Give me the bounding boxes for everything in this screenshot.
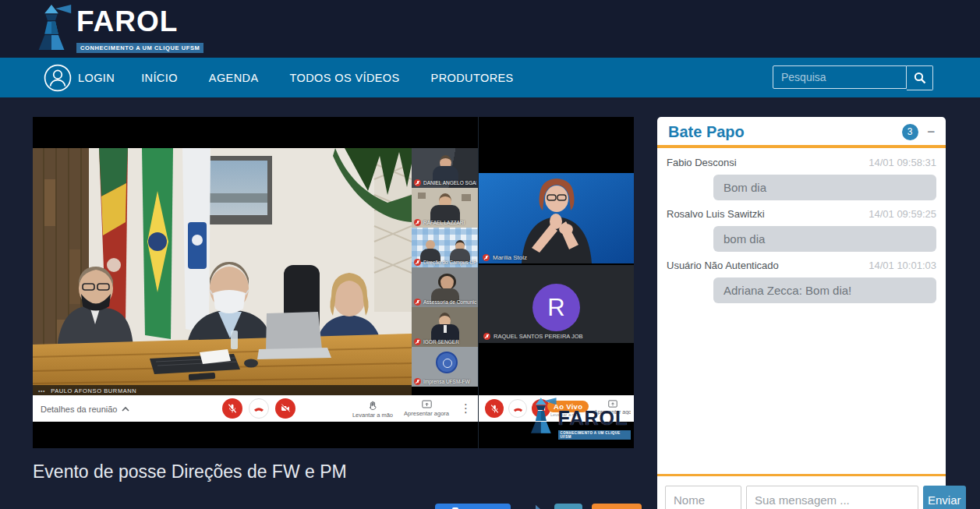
present-screen-icon — [422, 400, 432, 408]
nav-item-produtores[interactable]: PRODUTORES — [431, 72, 514, 84]
chat-header: Bate Papo 3 – — [657, 117, 946, 148]
camera-off-icon — [280, 403, 291, 414]
farol-logo[interactable]: FAROL CONHECIMENTO A UM CLIQUE UFSM — [31, 5, 203, 53]
avatar: R — [532, 284, 580, 331]
muted-mic-icon — [483, 254, 490, 261]
camera-off-button — [275, 398, 295, 419]
hangup-icon — [512, 403, 524, 415]
search-box — [773, 65, 933, 90]
share-arrow-icon[interactable] — [525, 504, 545, 509]
nav-item-todos-os-videos[interactable]: TODOS OS VÍDEOS — [289, 72, 399, 84]
imprensa-logo — [436, 352, 458, 373]
participant-tile: DANIEL ANGELO SGANZ... — [412, 148, 478, 188]
participant-tile: Direção do Campus UFS... — [412, 228, 478, 267]
chat-panel: Bate Papo 3 – Fabio Desconsi 14/01 09:58… — [657, 117, 946, 509]
participant-name: IGOR SENGER — [423, 339, 459, 345]
meeting-details-label: Detalhes da reunião — [41, 405, 117, 414]
message-author: Fabio Desconsi — [667, 157, 737, 168]
participant-tile: RAFAEL LAZZARI — [412, 188, 478, 228]
meet-control-bar: Detalhes da reunião — [33, 395, 478, 422]
twitter-share-button[interactable] — [554, 504, 582, 509]
muted-mic-icon — [414, 179, 421, 186]
chat-input-area: Enviar — [657, 474, 946, 509]
facebook-share-button[interactable] — [435, 504, 511, 509]
message-author: Usuário Não Autenticado — [667, 260, 779, 271]
speaker-name-bar: ••• PAULO AFONSO BURMANN — [33, 385, 412, 396]
raise-hand-icon — [368, 400, 377, 410]
chat-send-button[interactable]: Enviar — [923, 486, 966, 509]
login-button[interactable]: LOGIN — [44, 64, 141, 92]
muted-mic-icon — [414, 219, 421, 226]
interpreter-name: Marília Stolz — [493, 254, 527, 261]
participant-tile: Imprensa UFSM-FW — [412, 347, 478, 387]
message-bubble: Bom dia — [713, 175, 936, 200]
message-bubble: Adriana Zecca: Bom dia! — [713, 277, 936, 303]
lighthouse-icon — [525, 388, 557, 443]
chat-name-input[interactable] — [665, 486, 741, 509]
participant-name: Direção do Campus UFS... — [423, 260, 476, 265]
message-author: Rosalvo Luis Sawitzki — [667, 208, 765, 220]
chat-collapse-button[interactable]: – — [928, 128, 935, 136]
participant-name: Imprensa UFSM-FW — [423, 379, 470, 384]
brand-title: FAROL — [76, 5, 203, 39]
search-icon — [914, 72, 926, 84]
muted-mic-icon — [414, 299, 421, 306]
nav-item-inicio[interactable]: INÍCIO — [141, 72, 178, 84]
avatar-name-bar: RAQUEL SANTOS PEREIRA JOB — [483, 333, 583, 340]
more-options-icon: ⋮ — [460, 398, 472, 415]
avatar-name: RAQUEL SANTOS PEREIRA JOB — [494, 333, 583, 340]
meeting-room-scene — [33, 148, 412, 395]
present-now-label: Apresentar agora — [404, 410, 449, 417]
message-bubble: bom dia — [713, 226, 936, 252]
meeting-details-button: Detalhes da reunião — [41, 396, 129, 422]
search-input[interactable] — [773, 65, 907, 89]
muted-mic-icon — [414, 259, 421, 266]
message-timestamp: 14/01 09:58:31 — [869, 157, 936, 168]
main-nav: LOGIN INÍCIO AGENDA TODOS OS VÍDEOS PROD… — [0, 58, 980, 97]
meet-window-left: ••• PAULO AFONSO BURMANN DANIEL ANGELO S… — [33, 117, 478, 448]
nav-item-login[interactable]: LOGIN — [78, 72, 115, 84]
present-now-button: Apresentar agora — [404, 398, 449, 417]
chat-message: Usuário Não Autenticado 14/01 10:01:03 A… — [667, 260, 936, 303]
speaker-name: PAULO AFONSO BURMANN — [51, 387, 136, 394]
watermark-brand: FAROL — [558, 408, 631, 427]
participant-tile: IGOR SENGER — [412, 307, 478, 347]
brand-tagline: CONHECIMENTO A UM CLIQUE UFSM — [76, 43, 203, 53]
mic-muted-button — [485, 399, 504, 418]
raise-hand-label: Levantar a mão — [352, 412, 393, 419]
user-icon — [44, 64, 72, 92]
message-timestamp: 14/01 09:59:25 — [869, 208, 936, 220]
lighthouse-icon — [31, 5, 72, 50]
participant-tile: Assessoria de Comunica... — [412, 267, 478, 307]
muted-mic-icon — [483, 333, 490, 340]
site-header: FAROL CONHECIMENTO A UM CLIQUE UFSM — [0, 0, 980, 58]
chat-unread-badge: 3 — [902, 124, 918, 140]
speaker-overflow-dots: ••• — [38, 388, 45, 394]
hangup-button — [508, 399, 527, 418]
chat-message-input[interactable] — [746, 486, 918, 509]
chat-message: Rosalvo Luis Sawitzki 14/01 09:59:25 bom… — [667, 208, 936, 252]
mic-off-icon — [490, 404, 500, 414]
hangup-icon — [253, 402, 265, 415]
more-share-button[interactable] — [592, 504, 642, 509]
watermark-tagline: CONHECIMENTO A UM CLIQUE UFSM — [558, 430, 631, 440]
nav-item-agenda[interactable]: AGENDA — [209, 72, 259, 84]
chevron-up-icon — [122, 406, 129, 412]
mic-off-icon — [227, 403, 238, 414]
video-player[interactable]: ••• PAULO AFONSO BURMANN DANIEL ANGELO S… — [33, 117, 634, 448]
participant-strip: DANIEL ANGELO SGANZ... RAFAEL LAZZARI — [412, 148, 478, 387]
page-title: Evento de posse Direções de FW e PM — [33, 461, 347, 482]
muted-mic-icon — [414, 338, 421, 345]
message-timestamp: 14/01 10:01:03 — [869, 260, 936, 271]
participant-name: DANIEL ANGELO SGANZ... — [423, 180, 476, 186]
meeting-room-video — [33, 148, 412, 395]
chat-message-list: Fabio Desconsi 14/01 09:58:31 Bom dia Ro… — [657, 148, 946, 303]
participant-name: RAFAEL LAZZARI — [423, 220, 465, 225]
avatar-initial: R — [547, 294, 564, 322]
search-button[interactable] — [907, 65, 933, 90]
page: FAROL CONHECIMENTO A UM CLIQUE UFSM LOGI… — [0, 0, 980, 509]
meet-window-right: Marília Stolz R RAQUEL SANTOS PEREIRA JO… — [478, 117, 634, 448]
avatar-tile: R RAQUEL SANTOS PEREIRA JOB — [479, 265, 634, 343]
hangup-button — [249, 398, 269, 419]
interpreter-name-bar: Marília Stolz — [483, 254, 527, 261]
